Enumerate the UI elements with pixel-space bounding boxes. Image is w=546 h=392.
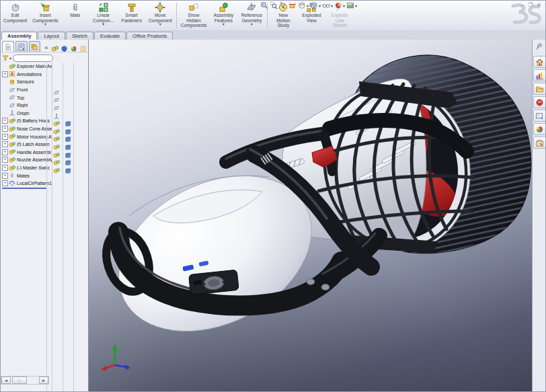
- display-pane-component-icon[interactable]: [53, 165, 60, 171]
- display-pane-plane-icon[interactable]: [53, 102, 60, 109]
- tree-item-localcirpattern1[interactable]: +LocalCirPattern1: [1, 180, 88, 188]
- appearances-scenes-button[interactable]: [533, 123, 546, 135]
- zoom-to-area-button[interactable]: [270, 1, 278, 9]
- expand-toggle[interactable]: +: [2, 165, 8, 171]
- scroll-right-arrow[interactable]: ►: [39, 377, 48, 384]
- expand-toggle[interactable]: +: [2, 71, 8, 77]
- section-view-button[interactable]: [288, 1, 297, 9]
- apply-scene-button[interactable]: ▾: [346, 1, 357, 9]
- dropdown-caret-icon[interactable]: ▾: [159, 23, 161, 26]
- insert-components-button[interactable]: InsertComponents▾: [30, 1, 61, 30]
- display-pane-component-icon[interactable]: [53, 149, 60, 156]
- tree-item-origin[interactable]: Origin: [1, 110, 88, 118]
- search-button[interactable]: [533, 96, 546, 108]
- display-style-button[interactable]: ▾: [310, 1, 321, 9]
- display-pane-bluebox-icon[interactable]: [65, 141, 71, 148]
- linear-component-pattern-button[interactable]: LinearCompon...▾: [89, 1, 118, 30]
- display-pane-component-icon[interactable]: [53, 126, 60, 132]
- custom-properties-button[interactable]: [533, 136, 546, 149]
- display-pane-plane-icon[interactable]: [53, 94, 60, 101]
- view-palette-button[interactable]: [533, 110, 546, 122]
- expand-toggle[interactable]: +: [2, 126, 8, 132]
- close-button[interactable]: ✕: [537, 2, 541, 9]
- zoom-to-fit-button[interactable]: [260, 1, 268, 9]
- edit-component-button[interactable]: EditComponent: [1, 1, 30, 30]
- display-pane-component-icon[interactable]: [53, 118, 60, 124]
- mate-button[interactable]: Mate: [61, 1, 89, 30]
- tree-item-right[interactable]: Right: [1, 102, 88, 110]
- expand-toggle[interactable]: +: [2, 157, 8, 163]
- dropdown-caret-icon[interactable]: ▾: [44, 23, 46, 26]
- dropdown-caret-icon[interactable]: ▾: [251, 23, 253, 26]
- display-pane-display-mode-header[interactable]: [61, 43, 68, 51]
- display-pane-plane-icon[interactable]: [53, 87, 60, 93]
- display-pane-bluebox-icon[interactable]: [65, 149, 71, 156]
- expand-toggle[interactable]: +: [2, 134, 8, 140]
- pushpin-icon[interactable]: [535, 41, 545, 49]
- tab-office-products[interactable]: Office Products: [126, 32, 173, 40]
- zoom-to-selection-button[interactable]: [279, 1, 287, 9]
- tree-item-nose-cone-asse[interactable]: +Nose Cone Asse: [1, 125, 88, 133]
- tree-item-nozzle-assembly[interactable]: +Nozzle Assembly: [1, 156, 88, 164]
- view-orientation-button[interactable]: ▾: [298, 1, 309, 9]
- display-pane-origin-icon[interactable]: [53, 110, 60, 117]
- propertymanager-tab[interactable]: [15, 41, 28, 52]
- rollback-bar[interactable]: [2, 188, 46, 189]
- expand-toggle[interactable]: +: [2, 180, 8, 186]
- tab-assembly[interactable]: Assembly: [1, 32, 37, 40]
- display-pane-bluebox-icon[interactable]: [65, 126, 71, 132]
- display-pane-bluebox-icon[interactable]: [65, 157, 71, 163]
- display-pane-component-icon[interactable]: [53, 157, 60, 163]
- tree-item-top[interactable]: Top: [1, 93, 88, 102]
- dropdown-caret-icon[interactable]: ▾: [102, 23, 104, 26]
- minimize-button[interactable]: –: [521, 2, 524, 9]
- tree-item--master-switc[interactable]: +(-) Master Switc: [1, 164, 88, 172]
- tab-layout[interactable]: Layout: [38, 32, 65, 40]
- tree-item-mates[interactable]: +Mates: [1, 171, 88, 180]
- tree-item-sensors[interactable]: Sensors: [1, 78, 88, 86]
- scroll-track[interactable]: [27, 377, 39, 384]
- collapse-display-pane-button[interactable]: «: [44, 44, 48, 51]
- filter-caret-icon[interactable]: ▾: [9, 56, 11, 61]
- show-hidden-components-button[interactable]: ShowHiddenComponents: [178, 1, 210, 30]
- tree-item-handle-assembl[interactable]: +Handle Assembl: [1, 149, 88, 157]
- file-explorer-button[interactable]: [533, 83, 546, 95]
- display-pane-bluebox-icon[interactable]: [65, 133, 71, 140]
- tree-item-annotations[interactable]: +Annotations: [1, 71, 88, 79]
- tree-item--f-latch-assem[interactable]: +(f) Latch Assem: [1, 141, 88, 149]
- display-pane-component-icon[interactable]: [53, 141, 60, 148]
- expand-toggle[interactable]: +: [2, 149, 8, 155]
- display-pane-transparency-header[interactable]: [79, 43, 87, 51]
- tree-horizontal-scrollbar[interactable]: ◄ || ►: [1, 376, 49, 385]
- graphics-area[interactable]: [89, 40, 532, 392]
- dropdown-caret-icon[interactable]: ▾: [331, 3, 333, 8]
- tree-filter-input[interactable]: [13, 54, 53, 62]
- tab-evaluate[interactable]: Evaluate: [94, 32, 126, 40]
- hide-show-items-button[interactable]: ▾: [322, 1, 333, 9]
- scroll-left-arrow[interactable]: ◄: [1, 377, 11, 384]
- design-library-button[interactable]: [533, 69, 546, 81]
- configurationmanager-tab[interactable]: [29, 41, 41, 52]
- tree-item-front[interactable]: Front: [1, 86, 88, 94]
- expand-toggle[interactable]: +: [2, 141, 8, 147]
- display-pane-bluebox-icon[interactable]: [65, 118, 71, 124]
- move-component-button[interactable]: MoveComponent▾: [146, 1, 175, 30]
- dropdown-caret-icon[interactable]: ▾: [319, 3, 321, 8]
- restore-button[interactable]: ❐: [528, 2, 533, 9]
- display-pane-hide-show-header[interactable]: [51, 43, 58, 51]
- tree-item-motor-housing-a[interactable]: +Motor Housing A: [1, 132, 88, 141]
- dropdown-caret-icon[interactable]: ▾: [343, 3, 345, 8]
- edit-appearance-button[interactable]: ▾: [334, 1, 345, 9]
- dropdown-caret-icon[interactable]: ▾: [223, 23, 225, 26]
- display-pane-appearance-header[interactable]: [70, 43, 77, 51]
- solidworks-resources-button[interactable]: [533, 56, 546, 68]
- expand-toggle[interactable]: +: [2, 118, 8, 124]
- assembly-features-button[interactable]: AssemblyFeatures▾: [209, 1, 237, 30]
- dropdown-caret-icon[interactable]: ▾: [307, 3, 309, 8]
- tree-item--f-battery-hous[interactable]: +(f) Battery Hous: [1, 117, 88, 125]
- tree-item-explorer-main-assem[interactable]: Explorer Main Assem: [1, 63, 88, 71]
- tab-sketch[interactable]: Sketch: [66, 32, 93, 40]
- display-pane-bluebox-icon[interactable]: [65, 165, 71, 171]
- display-pane-component-icon[interactable]: [53, 133, 60, 140]
- smart-fasteners-button[interactable]: SmartFasteners: [118, 1, 146, 30]
